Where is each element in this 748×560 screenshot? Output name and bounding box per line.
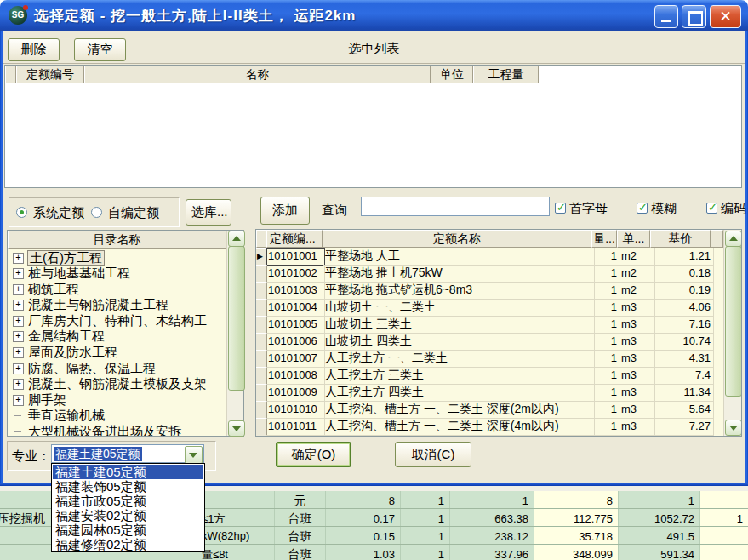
dropdown-item[interactable]: 福建安装02定额 <box>53 508 203 523</box>
expand-icon[interactable] <box>13 363 24 374</box>
quota-row[interactable]: 10101001 平整场地 人工 1 m2 1.21 <box>256 248 723 265</box>
radio-system-quota[interactable] <box>16 207 27 218</box>
dialog-border-right <box>745 31 748 486</box>
column-header-quantity[interactable]: 工程量 <box>473 66 539 83</box>
quota-row[interactable]: 10101003 平整场地 拖式铲运机6~8m3 1 m2 0.19 <box>256 282 723 299</box>
tree-item-label[interactable]: 桩与地基基础工程 <box>28 266 130 281</box>
add-button[interactable]: 添加 <box>260 197 310 225</box>
delete-button[interactable]: 删除 <box>8 38 60 61</box>
radio-system-label[interactable]: 系统定额 <box>33 205 84 221</box>
quota-row[interactable]: 10101006 山坡切土 四类土 1 m3 10.74 <box>256 333 723 350</box>
tree-item-label[interactable]: 厂库房大门、特种门、木结构工 <box>28 313 207 329</box>
checkbox-fuzzy-label[interactable]: 模糊 <box>651 201 677 217</box>
dropdown-item[interactable]: 福建园林05定额 <box>53 523 203 537</box>
tree-item[interactable]: 混凝土与钢筋混凝土工程 <box>8 297 226 312</box>
scroll-up-button[interactable] <box>725 231 742 247</box>
expand-icon[interactable] <box>13 253 24 264</box>
dropdown-item[interactable]: 福建土建05定额 <box>53 465 203 479</box>
scroll-down-button[interactable] <box>725 420 742 436</box>
expand-icon[interactable] <box>13 379 24 390</box>
radio-custom-label[interactable]: 自编定额 <box>108 205 159 221</box>
dropdown-item[interactable]: 福建市政05定额 <box>53 494 203 508</box>
minimize-button[interactable] <box>654 5 678 28</box>
cell-name: 平整场地 推土机75kW <box>323 265 595 283</box>
close-button[interactable]: ✕ <box>710 5 741 28</box>
expand-icon[interactable] <box>13 316 24 327</box>
bg-cell: 491.5 <box>618 527 699 544</box>
quota-row[interactable]: 10101009 人工挖土方 四类土 1 m3 11.34 <box>256 384 723 401</box>
tree-item-label[interactable]: 砌筑工程 <box>28 282 79 297</box>
checkbox-initial[interactable] <box>555 203 566 214</box>
tree-item[interactable]: 桩与地基基础工程 <box>8 266 226 281</box>
checkbox-fuzzy[interactable] <box>637 203 648 214</box>
scroll-down-button[interactable] <box>228 420 245 437</box>
bg-cell: 1 <box>699 509 748 526</box>
column-header-quantity[interactable]: 量... <box>591 230 617 248</box>
tree-item-label[interactable]: 防腐、隔热、保温工程 <box>28 361 156 376</box>
search-input[interactable] <box>361 197 550 216</box>
tree-item[interactable]: 砌筑工程 <box>8 282 226 297</box>
tree-item[interactable]: 垂直运输机械 <box>8 408 226 423</box>
scrollbar-thumb[interactable] <box>725 246 742 397</box>
quota-row[interactable]: 10101011 人工挖沟、槽土方 一、二类土 深度(4m以内) 1 m3 7.… <box>256 418 723 435</box>
radio-custom-quota[interactable] <box>91 207 102 218</box>
tree-item-label[interactable]: 垂直运输机械 <box>28 408 105 423</box>
expand-icon[interactable] <box>13 331 24 342</box>
quota-row[interactable]: 10101010 人工挖沟、槽土方 一、二类土 深度(2m以内) 1 m3 5.… <box>256 401 723 418</box>
column-header-code[interactable]: 定额编... <box>266 230 323 248</box>
dropdown-item[interactable]: 福建修缮02定额 <box>53 537 203 551</box>
app-icon-text: SG <box>12 10 24 20</box>
column-header-unit[interactable]: 单... <box>617 230 650 248</box>
tree-item-label[interactable]: 土(石)方工程 <box>27 250 105 266</box>
column-header-name[interactable]: 名称 <box>84 66 431 83</box>
bg-cell: 1 <box>400 491 449 508</box>
tree-item-label[interactable]: 混凝土与钢筋混凝土工程 <box>28 297 168 312</box>
quota-row[interactable]: 10101004 山坡切土 一、二类土 1 m3 4.06 <box>256 299 723 316</box>
tree-item-label[interactable]: 混凝土、钢筋混凝土模板及支架 <box>28 376 207 391</box>
tree-item-label[interactable]: 金属结构工程 <box>28 329 105 344</box>
cell-price: 7.4 <box>650 367 714 385</box>
expand-icon[interactable] <box>13 268 24 279</box>
tree-item-label[interactable]: 脚手架 <box>28 392 66 408</box>
combobox-arrow-button[interactable] <box>185 446 203 464</box>
tree-item[interactable]: 金属结构工程 <box>8 329 226 344</box>
quota-row[interactable]: 10101007 人工挖土方 一、二类土 1 m3 4.31 <box>256 350 723 367</box>
bg-cell: 591.34 <box>618 545 699 560</box>
expand-icon[interactable] <box>13 395 24 406</box>
clear-button[interactable]: 清空 <box>74 38 126 61</box>
maximize-button[interactable] <box>682 5 706 28</box>
cell-price: 10.74 <box>650 333 714 351</box>
tree-item[interactable]: 防腐、隔热、保温工程 <box>8 361 226 376</box>
tree-item[interactable]: 土(石)方工程 <box>8 250 226 266</box>
ok-button[interactable]: 确定(O) <box>276 442 351 467</box>
tree-item[interactable]: 屋面及防水工程 <box>8 345 226 360</box>
dropdown-item[interactable]: 福建装饰05定额 <box>53 479 203 494</box>
checkbox-initial-label[interactable]: 首字母 <box>569 201 608 217</box>
expand-icon[interactable] <box>13 347 24 358</box>
tree-item[interactable]: 厂库房大门、特种门、木结构工 <box>8 313 226 329</box>
quota-row[interactable]: 10101008 人工挖土方 三类土 1 m3 7.4 <box>256 367 723 384</box>
tree-item[interactable]: 脚手架 <box>8 392 226 408</box>
cancel-button[interactable]: 取消(C) <box>395 442 471 467</box>
column-header-unit[interactable]: 单位 <box>431 66 473 83</box>
checkbox-code-label[interactable]: 编码 <box>721 201 746 217</box>
tree-item[interactable]: 混凝土、钢筋混凝土模板及支架 <box>8 376 226 391</box>
close-icon: ✕ <box>719 9 731 25</box>
column-header-price[interactable]: 基价 <box>650 230 711 248</box>
expand-icon[interactable] <box>13 300 24 311</box>
tree-item-label[interactable]: 屋面及防水工程 <box>28 345 117 360</box>
quota-row[interactable]: 10101005 山坡切土 三类土 1 m3 7.16 <box>256 316 723 333</box>
select-library-button[interactable]: 选库... <box>186 199 231 226</box>
major-combobox[interactable]: 福建土建05定额 <box>51 444 204 463</box>
scroll-up-button[interactable] <box>228 231 245 247</box>
quota-row[interactable]: 10101002 平整场地 推土机75kW 1 m2 0.18 <box>256 265 723 282</box>
tree-item-label[interactable]: 大型机械设备进出场及安拆 <box>28 424 181 436</box>
tree-scrollbar[interactable] <box>226 231 243 436</box>
tree-item[interactable]: 大型机械设备进出场及安拆 <box>8 424 226 436</box>
expand-icon[interactable] <box>13 284 24 295</box>
scrollbar-thumb[interactable] <box>228 246 245 391</box>
quota-table-scrollbar[interactable] <box>723 230 741 436</box>
column-header-code[interactable]: 定额编号 <box>16 66 84 83</box>
checkbox-code[interactable] <box>706 203 717 214</box>
column-header-name[interactable]: 定额名称 <box>323 230 591 248</box>
